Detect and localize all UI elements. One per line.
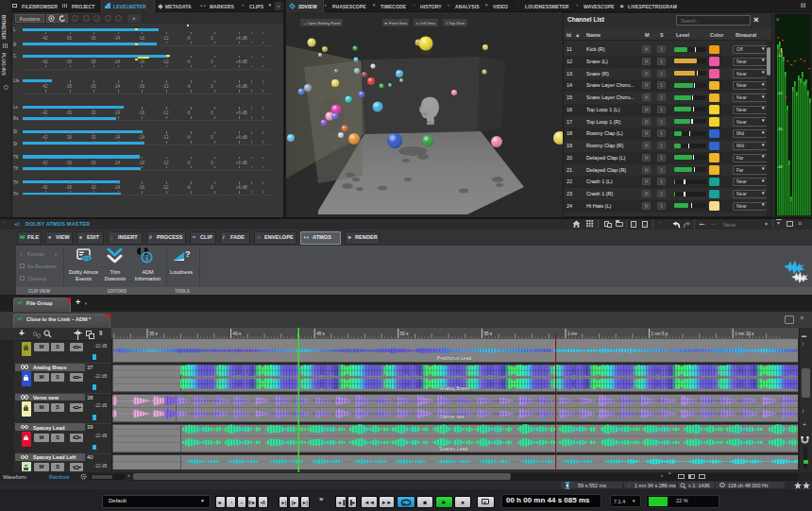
svg-text:Spacey Lead: Spacey Lead: [439, 446, 467, 451]
svg-text:Analog Brass: Analog Brass: [440, 385, 469, 391]
svg-text:Verve new: Verve new: [442, 414, 465, 419]
svg-text:Prechorus Lead: Prechorus Lead: [437, 355, 472, 361]
